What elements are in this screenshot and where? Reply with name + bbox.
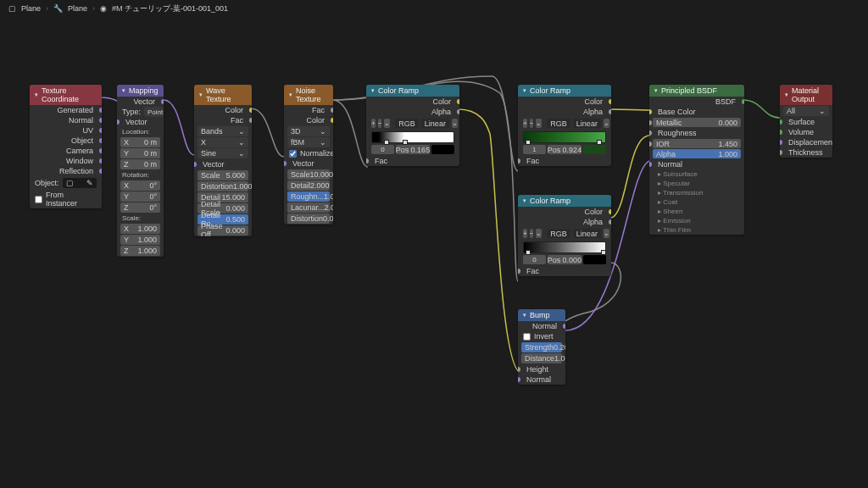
ramp-gradient[interactable]: [523, 131, 606, 143]
out-object[interactable]: Object: [30, 136, 102, 146]
in-vector[interactable]: Vector: [117, 117, 164, 127]
node-wave-texture[interactable]: Wave Texture Color Fac Bands⌄ X⌄ Sine⌄ V…: [194, 85, 252, 236]
node-editor-canvas[interactable]: Texture Coordinate Generated Normal UV O…: [0, 17, 868, 488]
in-vector[interactable]: Vector: [194, 159, 252, 169]
3d-dd[interactable]: 3D⌄: [287, 126, 330, 136]
scale-z[interactable]: Z1.000: [120, 246, 160, 256]
roughness-field[interactable]: Roughn...1.000: [287, 191, 330, 202]
node-header[interactable]: Mapping: [117, 85, 164, 97]
ramp-controls[interactable]: +−⌄ RGBLinear⌄: [518, 117, 611, 130]
sub-subsurface[interactable]: Subsurface: [649, 169, 744, 179]
bands-dd[interactable]: Bands⌄: [198, 126, 248, 136]
phase-offset-field[interactable]: Phase Off...0.000: [198, 225, 248, 236]
distortion-field[interactable]: Distortion1.000: [198, 181, 248, 191]
object-picker[interactable]: Object:▢ ✎: [30, 176, 102, 190]
pos-row[interactable]: 0 Pos 0.165: [371, 145, 454, 154]
distance-field[interactable]: Distance1.000: [521, 353, 562, 363]
in-normal[interactable]: Normal: [649, 159, 744, 169]
pos-row[interactable]: 1 Pos 0.924: [523, 145, 606, 154]
node-color-ramp-1[interactable]: Color Ramp Color Alpha +−⌄ RGBLinear⌄ 0 …: [366, 85, 459, 166]
out-generated[interactable]: Generated: [30, 105, 102, 115]
node-header[interactable]: Bump: [518, 309, 565, 321]
fbm-dd[interactable]: fBM⌄: [287, 137, 330, 147]
out-bsdf[interactable]: BSDF: [649, 97, 744, 107]
in-thickness[interactable]: Thickness: [780, 147, 832, 158]
lacunarity-field[interactable]: Lacunar...2.000: [287, 202, 330, 213]
node-header[interactable]: Color Ramp: [518, 195, 611, 207]
sub-thinfilm[interactable]: Thin Film: [649, 225, 744, 235]
node-header[interactable]: Texture Coordinate: [30, 85, 102, 105]
in-fac[interactable]: Fac: [518, 266, 611, 276]
scale-field[interactable]: Scale10.000: [287, 169, 330, 180]
rot-y[interactable]: Y0°: [120, 191, 160, 202]
invert-check[interactable]: Invert: [518, 331, 565, 341]
out-color[interactable]: Color: [366, 97, 459, 107]
pos-row[interactable]: 0 Pos 0.000: [523, 255, 606, 264]
out-color[interactable]: Color: [284, 115, 333, 125]
ramp-gradient[interactable]: [371, 131, 454, 143]
node-header[interactable]: Wave Texture: [194, 85, 252, 105]
metallic-field[interactable]: Metallic0.000: [653, 118, 741, 127]
node-color-ramp-3[interactable]: Color Ramp Color Alpha +−⌄ RGBLinear⌄ 0 …: [518, 195, 611, 276]
rot-z[interactable]: Z0°: [120, 202, 160, 213]
in-fac[interactable]: Fac: [366, 156, 459, 166]
in-roughness[interactable]: Roughness: [649, 128, 744, 138]
out-alpha[interactable]: Alpha: [518, 217, 611, 227]
sub-emission[interactable]: Emission: [649, 216, 744, 225]
sub-specular[interactable]: Specular: [649, 179, 744, 188]
out-alpha[interactable]: Alpha: [518, 107, 611, 117]
node-header[interactable]: Noise Texture: [284, 85, 333, 105]
rot-x[interactable]: X0°: [120, 180, 160, 191]
in-vector[interactable]: Vector: [284, 158, 333, 169]
out-color[interactable]: Color: [518, 97, 611, 107]
bc-plane1[interactable]: Plane: [21, 4, 41, 13]
ramp-controls[interactable]: +−⌄ RGBLinear⌄: [518, 227, 611, 240]
out-camera[interactable]: Camera: [30, 146, 102, 156]
node-color-ramp-2[interactable]: Color Ramp Color Alpha +−⌄ RGBLinear⌄ 1 …: [518, 85, 611, 166]
node-bump[interactable]: Bump Normal Invert Strength0.200 Distanc…: [518, 309, 565, 385]
sub-coat[interactable]: Coat: [649, 197, 744, 207]
node-texture-coordinate[interactable]: Texture Coordinate Generated Normal UV O…: [30, 85, 102, 208]
detail-field[interactable]: Detail2.000: [287, 180, 330, 191]
node-header[interactable]: Principled BSDF: [649, 85, 744, 97]
node-principled-bsdf[interactable]: Principled BSDF BSDF Base Color Metallic…: [649, 85, 744, 235]
scale-x[interactable]: X1.000: [120, 224, 160, 234]
bc-material[interactable]: #M チューリップ-葉-001-001_001: [112, 3, 228, 14]
bc-plane2[interactable]: Plane: [68, 4, 87, 13]
out-color[interactable]: Color: [194, 105, 252, 115]
in-fac[interactable]: Fac: [518, 156, 611, 166]
out-fac[interactable]: Fac: [194, 115, 252, 125]
loc-z[interactable]: Z0 m: [120, 159, 160, 169]
out-alpha[interactable]: Alpha: [366, 107, 459, 117]
scale-field[interactable]: Scale5.000: [198, 170, 248, 180]
node-header[interactable]: Color Ramp: [518, 85, 611, 97]
node-header[interactable]: Material Output: [780, 85, 832, 105]
alpha-field[interactable]: Alpha1.000: [653, 149, 741, 158]
x-dd[interactable]: X⌄: [198, 137, 248, 147]
node-material-output[interactable]: Material Output All⌄ Surface Volume Disp…: [780, 85, 832, 158]
out-color[interactable]: Color: [518, 207, 611, 217]
out-normal[interactable]: Normal: [518, 321, 565, 331]
out-window[interactable]: Window: [30, 156, 102, 166]
ramp-controls[interactable]: +−⌄ RGBLinear⌄: [366, 117, 459, 130]
sub-transmission[interactable]: Transmission: [649, 188, 744, 197]
node-header[interactable]: Color Ramp: [366, 85, 459, 97]
out-vector[interactable]: Vector: [117, 97, 164, 107]
loc-y[interactable]: Y0 m: [120, 148, 160, 158]
normalize-check[interactable]: Normalize: [284, 148, 333, 158]
in-volume[interactable]: Volume: [780, 127, 832, 137]
in-height[interactable]: Height: [518, 364, 565, 374]
node-noise-texture[interactable]: Noise Texture Fac Color 3D⌄ fBM⌄ Normali…: [284, 85, 333, 225]
in-displacement[interactable]: Displacement: [780, 137, 832, 147]
loc-x[interactable]: X0 m: [120, 137, 160, 147]
distortion-field[interactable]: Distortion0.000: [287, 214, 330, 224]
node-mapping[interactable]: Mapping Vector Type:Point Vector Locatio…: [117, 85, 164, 257]
out-normal[interactable]: Normal: [30, 115, 102, 125]
in-surface[interactable]: Surface: [780, 117, 832, 127]
out-uv[interactable]: UV: [30, 125, 102, 136]
strength-field[interactable]: Strength0.200: [521, 342, 562, 352]
scale-y[interactable]: Y1.000: [120, 235, 160, 245]
out-fac[interactable]: Fac: [284, 105, 333, 115]
target-dd[interactable]: All⌄: [783, 106, 829, 116]
type-row[interactable]: Type:Point: [117, 107, 164, 117]
